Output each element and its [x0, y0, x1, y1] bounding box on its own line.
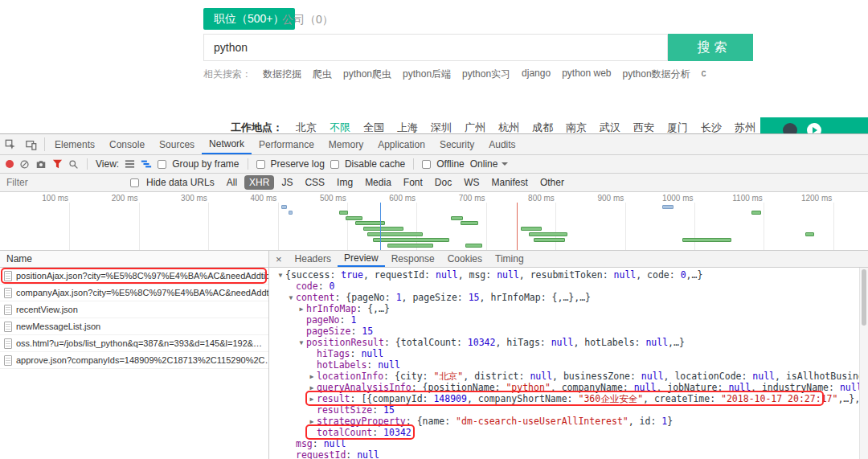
waterfall-bar[interactable] [363, 227, 403, 231]
filter-type-manifest[interactable]: Manifest [487, 175, 533, 190]
expand-closed-icon[interactable]: ▶ [297, 304, 306, 315]
disable-cache-checkbox[interactable] [330, 160, 339, 169]
filter-type-xhr[interactable]: XHR [244, 175, 274, 190]
json-line[interactable]: ▶result: [{companyId: 148909, companySho… [269, 393, 859, 404]
waterfall-bar[interactable] [387, 244, 433, 248]
tab-elements[interactable]: Elements [47, 134, 102, 154]
scrollbar[interactable] [859, 268, 868, 459]
filter-type-css[interactable]: CSS [300, 175, 330, 190]
waterfall-bar[interactable] [281, 205, 287, 209]
json-line[interactable]: msg: null [269, 438, 859, 449]
waterfall-bar[interactable] [529, 232, 567, 236]
search-button[interactable]: 搜索 [668, 34, 753, 61]
waterfall-bar[interactable] [465, 244, 482, 248]
json-line[interactable]: ▶locationInfo: {city: "北京", district: nu… [269, 371, 859, 382]
tab-companies[interactable]: 公司（0） [282, 13, 334, 27]
request-row[interactable]: recentView.json [0, 301, 268, 318]
name-column-header[interactable]: Name [0, 251, 268, 268]
tab-positions[interactable]: 职位（500+） [203, 8, 295, 30]
waterfall-bar[interactable] [367, 232, 423, 236]
waterfall-bar[interactable] [682, 238, 731, 242]
search-icon[interactable] [68, 159, 79, 170]
preserve-log-checkbox[interactable] [256, 160, 265, 169]
tab-preview[interactable]: Preview [338, 251, 385, 267]
overview-view-icon[interactable] [141, 159, 152, 169]
request-row[interactable]: newMessageList.json [0, 318, 268, 335]
json-line[interactable]: hiTags: null [269, 348, 859, 359]
related-search-link[interactable]: python实习 [462, 68, 510, 81]
waterfall-bar[interactable] [451, 216, 464, 220]
tab-security[interactable]: Security [432, 134, 481, 154]
related-search-link[interactable]: 数据挖掘 [263, 68, 301, 81]
expand-closed-icon[interactable]: ▶ [307, 416, 317, 428]
waterfall-bar[interactable] [805, 232, 813, 236]
request-row[interactable]: oss.html?u=/jobs/list_python&q=387&n=393… [0, 335, 268, 352]
filter-type-img[interactable]: Img [332, 175, 358, 190]
json-line[interactable]: requestId: null [269, 449, 859, 459]
offline-checkbox[interactable] [422, 160, 431, 169]
related-search-link[interactable]: 爬虫 [313, 68, 332, 81]
json-line[interactable]: hotLabels: null [269, 359, 859, 371]
filter-input[interactable] [6, 177, 123, 188]
tab-audits[interactable]: Audits [481, 134, 522, 154]
filter-type-doc[interactable]: Doc [430, 175, 457, 190]
request-row[interactable]: positionAjax.json?city=%E5%8C%97%E4%BA%A… [0, 268, 268, 285]
request-row[interactable]: companyAjax.json?city=%E5%8C%97%E4%BA%AC… [0, 285, 268, 301]
hide-data-urls-checkbox[interactable] [130, 178, 139, 187]
expand-open-icon[interactable]: ▼ [276, 270, 285, 281]
related-search-link[interactable]: python数据分析 [623, 68, 690, 81]
filter-type-js[interactable]: JS [276, 175, 297, 190]
search-input[interactable] [203, 34, 668, 61]
json-line[interactable]: ▶strategyProperty: {name: "dm-csearch-us… [269, 416, 859, 427]
json-line[interactable]: ▶hrInfoMap: {,…} [269, 303, 859, 314]
filter-type-media[interactable]: Media [360, 175, 396, 190]
filter-type-ws[interactable]: WS [459, 175, 484, 190]
json-line[interactable]: resultSize: 15 [269, 404, 859, 416]
screenshot-icon[interactable] [35, 159, 47, 170]
waterfall-bar[interactable] [534, 238, 566, 242]
inspect-element-icon[interactable] [0, 134, 21, 154]
related-search-link[interactable]: python爬虫 [343, 68, 391, 81]
waterfall-bar[interactable] [373, 238, 449, 242]
tab-performance[interactable]: Performance [252, 134, 321, 154]
json-line[interactable]: ▼{success: true, requestId: null, msg: n… [269, 269, 859, 281]
waterfall-bar[interactable] [461, 221, 478, 225]
json-line[interactable]: ▼content: {pageNo: 1, pageSize: 15, hrIn… [269, 292, 859, 303]
tab-headers[interactable]: Headers [289, 251, 338, 267]
json-line[interactable]: code: 0 [269, 281, 859, 292]
related-search-link[interactable]: c [702, 68, 706, 81]
related-search-link[interactable]: django [522, 68, 551, 81]
json-line[interactable]: pageNo: 1 [269, 314, 859, 326]
expand-closed-icon[interactable]: ▶ [307, 371, 317, 383]
tab-cookies[interactable]: Cookies [441, 251, 489, 267]
json-line[interactable]: totalCount: 10342 [269, 427, 859, 438]
tab-timing[interactable]: Timing [489, 251, 530, 267]
clear-icon[interactable] [19, 159, 30, 170]
waterfall-bar[interactable] [662, 205, 674, 209]
device-toolbar-icon[interactable] [21, 134, 42, 154]
tab-sources[interactable]: Sources [152, 134, 202, 154]
tab-network[interactable]: Network [202, 134, 252, 154]
json-line[interactable]: ▼positionResult: {totalCount: 10342, hiT… [269, 337, 859, 348]
group-by-frame-checkbox[interactable] [158, 160, 166, 169]
request-row[interactable]: approve.json?companyIds=148909%2C18713%2… [0, 352, 268, 369]
filter-type-other[interactable]: Other [535, 175, 569, 190]
waterfall-bar[interactable] [751, 211, 761, 215]
json-line[interactable]: ▶queryAnalysisInfo: {positionName: "pyth… [269, 382, 859, 393]
waterfall-bar[interactable] [339, 211, 347, 215]
record-button[interactable] [6, 160, 14, 168]
json-line[interactable]: pageSize: 15 [269, 326, 859, 337]
list-view-icon[interactable] [125, 159, 135, 169]
throttling-select[interactable]: Online [470, 158, 509, 170]
filter-type-all[interactable]: All [222, 175, 242, 190]
tab-response[interactable]: Response [385, 251, 441, 267]
waterfall-bar[interactable] [346, 216, 362, 220]
related-search-link[interactable]: python后端 [403, 68, 451, 81]
waterfall-bar[interactable] [289, 211, 293, 215]
close-icon[interactable]: × [269, 251, 289, 267]
scrollbar-thumb[interactable] [862, 269, 866, 326]
expand-closed-icon[interactable]: ▶ [307, 383, 317, 394]
tab-console[interactable]: Console [102, 134, 152, 154]
related-search-link[interactable]: python web [562, 68, 611, 81]
tab-application[interactable]: Application [371, 134, 432, 154]
